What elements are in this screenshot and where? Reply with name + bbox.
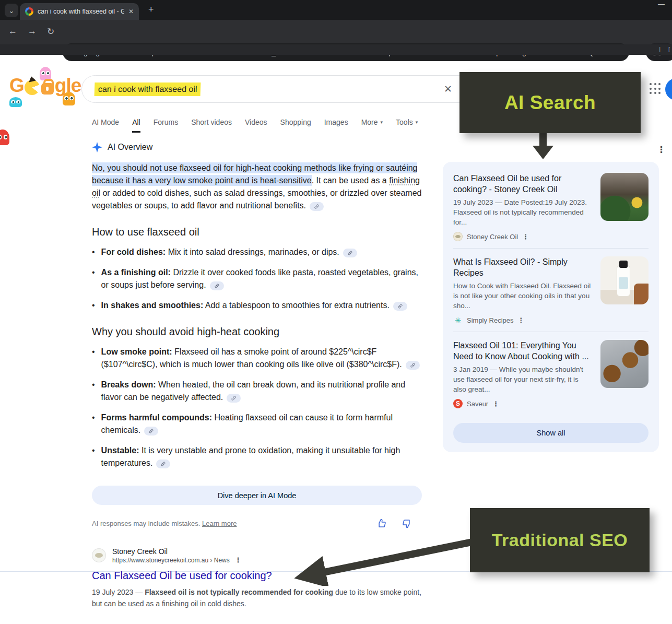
- account-avatar[interactable]: [665, 78, 672, 100]
- source-name: Saveur: [467, 400, 488, 408]
- tab-title: can i cook with flaxseed oil - Go: [38, 8, 124, 15]
- how-to-use-list: •For cold dishes: Mix it into salad dres…: [92, 246, 422, 312]
- red-ghost-icon: [0, 129, 9, 145]
- cyan-ghost-icon: [9, 97, 22, 107]
- browser-tab[interactable]: can i cook with flaxseed oil - Go ✕: [20, 3, 139, 20]
- source-name: Stoney Creek Oil: [467, 233, 518, 241]
- tab-videos[interactable]: Videos: [245, 118, 267, 133]
- back-icon[interactable]: ←: [8, 26, 17, 37]
- source-attribution: Stoney Creek Oil ⋮: [453, 232, 593, 241]
- citation-link-icon[interactable]: [343, 249, 357, 257]
- bookmarks-bar: | [: [0, 44, 672, 55]
- clear-search-icon[interactable]: ✕: [444, 83, 452, 95]
- ai-sparkle-icon: [92, 142, 102, 152]
- citation-link-icon[interactable]: [310, 202, 324, 211]
- tab-search-button[interactable]: ⌄: [5, 4, 18, 17]
- source-card[interactable]: Can Flaxseed Oil be used for cooking? - …: [453, 165, 649, 248]
- more-vert-icon[interactable]: ⋮: [518, 316, 525, 324]
- source-card[interactable]: Flaxseed Oil 101: Everything You Need to…: [453, 332, 649, 415]
- minimize-window-icon[interactable]: —: [658, 0, 665, 8]
- list-item: •Breaks down: When heated, the oil can b…: [92, 379, 422, 404]
- reload-icon[interactable]: ↻: [47, 26, 54, 37]
- list-item: •Unstable: It is very unstable and prone…: [92, 444, 422, 469]
- ai-search-annotation: AI Search: [459, 72, 641, 133]
- pacman-icon: [25, 80, 40, 95]
- tab-more[interactable]: More▾: [361, 118, 383, 133]
- result-snippet: 19 July 2023 — Flaxseed oil is not typic…: [92, 586, 429, 609]
- stoney-creek-favicon-icon: [453, 232, 463, 241]
- citation-link-icon[interactable]: [156, 460, 170, 468]
- bullet-icon: •: [92, 246, 95, 258]
- forward-icon[interactable]: →: [28, 26, 37, 37]
- source-card[interactable]: What Is Flaxseed Oil? - Simply Recipes H…: [453, 249, 649, 332]
- more-vert-icon[interactable]: ⋮: [235, 556, 242, 564]
- new-tab-button[interactable]: +: [148, 4, 154, 15]
- search-box[interactable]: can i cook with flaxseed oil ✕: [81, 75, 473, 103]
- list-item: •Forms harmful compounds: Heating flaxse…: [92, 411, 422, 437]
- tab-shopping[interactable]: Shopping: [280, 118, 311, 133]
- show-all-button[interactable]: Show all: [453, 423, 649, 443]
- ai-answer-paragraph: No, you should not use flaxseed oil for …: [92, 162, 422, 212]
- diagonal-arrow-icon: [288, 534, 476, 586]
- tab-all[interactable]: All: [132, 118, 140, 133]
- bullet-icon: •: [92, 411, 95, 437]
- result-thumbnail[interactable]: [600, 173, 649, 221]
- citation-link-icon[interactable]: [210, 281, 224, 290]
- google-wordmark: Ggle: [9, 75, 81, 97]
- saveur-favicon-icon: S: [453, 399, 463, 408]
- bullet-icon: •: [92, 299, 95, 312]
- bullet-icon: •: [92, 266, 95, 291]
- source-snippet: 19 July 2023 — Date Posted:19 July 2023.…: [453, 197, 593, 227]
- tab-ai-mode[interactable]: AI Mode: [92, 118, 119, 133]
- list-item: •For cold dishes: Mix it into salad dres…: [92, 246, 422, 258]
- result-site-name[interactable]: Stoney Creek Oil: [112, 547, 242, 556]
- citation-link-icon[interactable]: [227, 394, 241, 403]
- section-heading: How to use flaxseed oil: [92, 226, 422, 238]
- more-vert-icon[interactable]: ⋮: [657, 144, 666, 155]
- tab-images[interactable]: Images: [324, 118, 348, 133]
- google-apps-icon[interactable]: [650, 83, 661, 95]
- ai-overview-header: AI Overview: [92, 142, 152, 152]
- source-name: Simply Recipes: [467, 316, 514, 324]
- tab-forums[interactable]: Forums: [154, 118, 178, 133]
- list-item: •Low smoke point: Flaxseed oil has a smo…: [92, 346, 422, 371]
- tab-tools[interactable]: Tools▾: [396, 118, 418, 133]
- google-doodle-logo[interactable]: Ggle: [0, 55, 84, 117]
- thumbs-up-icon[interactable]: [376, 518, 387, 529]
- logo-letter-g: G: [9, 75, 24, 97]
- result-thumbnail[interactable]: [600, 256, 649, 304]
- bullet-icon: •: [92, 444, 95, 469]
- more-vert-icon[interactable]: ⋮: [522, 233, 529, 241]
- citation-link-icon[interactable]: [393, 302, 407, 311]
- source-title[interactable]: Can Flaxseed Oil be used for cooking? - …: [453, 173, 593, 195]
- source-title[interactable]: Flaxseed Oil 101: Everything You Need to…: [453, 340, 593, 362]
- traditional-seo-annotation: Traditional SEO: [470, 508, 650, 572]
- learn-more-link[interactable]: Learn more: [202, 520, 237, 527]
- site-favicon-icon: [92, 548, 106, 562]
- google-favicon-icon: [25, 7, 33, 16]
- padlock-icon: [41, 83, 54, 95]
- tab-strip: ⌄ can i cook with flaxseed oil - Go ✕ + …: [0, 0, 672, 20]
- bullet-icon: •: [92, 379, 95, 404]
- close-tab-icon[interactable]: ✕: [128, 8, 134, 15]
- ai-overview-label: AI Overview: [108, 143, 152, 152]
- feedback-buttons: [376, 518, 412, 529]
- avoid-high-heat-list: •Low smoke point: Flaxseed oil has a smo…: [92, 346, 422, 469]
- ai-overview-body: No, you should not use flaxseed oil for …: [92, 162, 422, 529]
- section-heading: Why you should avoid high-heat cooking: [92, 326, 422, 338]
- search-query-text[interactable]: can i cook with flaxseed oil: [95, 83, 201, 96]
- chevron-down-icon: ▾: [381, 120, 383, 125]
- citation-link-icon[interactable]: [406, 361, 420, 370]
- source-title[interactable]: What Is Flaxseed Oil? - Simply Recipes: [453, 256, 593, 278]
- source-snippet: How to Cook with Flaxseed Oil. Flaxseed …: [453, 281, 593, 311]
- result-thumbnail[interactable]: [600, 340, 649, 388]
- thumbs-down-icon[interactable]: [402, 518, 412, 529]
- more-vert-icon[interactable]: ⋮: [492, 400, 499, 408]
- bookmark-fragment: [: [668, 46, 670, 52]
- logo-letters-gle: gle: [55, 75, 81, 97]
- ai-disclaimer: AI responses may include mistakes. Learn…: [92, 520, 237, 527]
- source-attribution: S Saveur ⋮: [453, 399, 593, 408]
- citation-link-icon[interactable]: [144, 427, 158, 435]
- tab-short-videos[interactable]: Short videos: [191, 118, 232, 133]
- dive-deeper-button[interactable]: Dive deeper in AI Mode: [92, 486, 422, 505]
